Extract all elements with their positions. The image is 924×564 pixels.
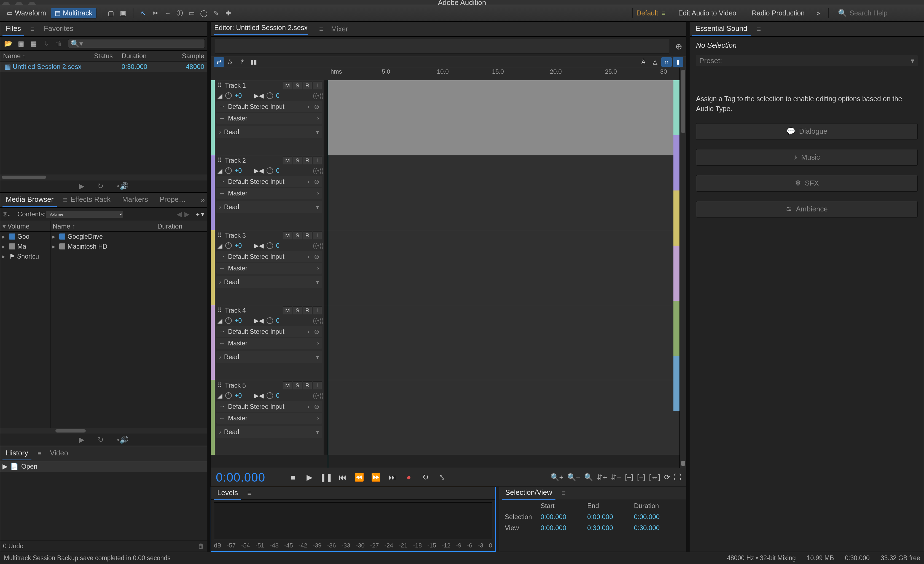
ws-edit-audio-video[interactable]: Edit Audio to Video [678, 9, 736, 17]
tab-media-browser[interactable]: Media Browser [3, 194, 57, 207]
mb-row-gdrive[interactable]: ▸GoogleDrive [51, 231, 207, 242]
monitor-input-button[interactable]: I [313, 82, 322, 89]
loop-button[interactable]: ↻ [420, 472, 431, 483]
overflow-icon[interactable]: » [201, 196, 205, 204]
pan-knob[interactable] [267, 242, 273, 249]
time-ruler[interactable]: hms 5.0 10.0 15.0 20.0 25.0 30 [211, 68, 680, 80]
input-route[interactable]: →Default Stereo Input›⊘ [216, 401, 322, 412]
autoplay-icon[interactable]: •🔊 [117, 182, 128, 190]
tab-editor[interactable]: Editor: Untitled Session 2.sesx [214, 24, 308, 35]
phase-icon[interactable]: ⊘ [314, 328, 319, 336]
pan-knob[interactable] [267, 167, 273, 174]
eq-icon[interactable]: ▮▮ [248, 57, 259, 67]
arm-record-button[interactable]: R [303, 231, 312, 239]
lasso-tool-icon[interactable]: ◯ [198, 8, 210, 18]
trash-icon[interactable]: 🗑 [53, 39, 65, 48]
snap-icon[interactable]: △ [650, 57, 660, 67]
play-button[interactable]: ▶ [304, 472, 315, 483]
view-end[interactable]: 0:30.000 [587, 524, 634, 532]
pan-value[interactable]: 0 [276, 392, 279, 399]
monitor-input-button[interactable]: I [313, 231, 322, 239]
automation-mode[interactable]: ›Read▾ [216, 351, 322, 363]
zoom-reset-icon[interactable]: 🔍 [584, 473, 593, 482]
volume-value[interactable]: +0 [235, 92, 242, 99]
zoom-all-icon[interactable]: ⛶ [674, 473, 681, 482]
editor-menu-icon[interactable]: ≡ [319, 25, 323, 33]
preset-dropdown[interactable]: Preset:▾ [696, 55, 918, 66]
go-end-button[interactable]: ⏭ [387, 472, 398, 483]
pan-knob[interactable] [267, 392, 273, 399]
mute-button[interactable]: M [283, 381, 292, 389]
new-file-icon[interactable]: ▣ [15, 39, 27, 48]
add-channel-icon[interactable]: ⊕ [675, 42, 682, 51]
mute-button[interactable]: M [283, 306, 292, 314]
files-hscroll[interactable] [0, 174, 207, 180]
input-route[interactable]: →Default Stereo Input›⊘ [216, 326, 322, 337]
automation-mode[interactable]: ›Read▾ [216, 126, 322, 138]
mb-menu-icon[interactable]: ≡ [63, 196, 67, 204]
stop-button[interactable]: ■ [287, 472, 299, 483]
playhead-return-icon[interactable]: ▮ [673, 57, 683, 67]
workspace-default[interactable]: Default≡ [636, 9, 666, 17]
volume-knob[interactable] [225, 392, 232, 399]
es-sfx-button[interactable]: ✻SFX [696, 175, 918, 192]
history-row-open[interactable]: ▶📄Open [0, 461, 207, 472]
grip-icon[interactable]: ⠿ [218, 82, 222, 89]
tool-square-icon[interactable]: ▢ [105, 8, 117, 18]
solo-button[interactable]: S [293, 306, 302, 314]
pan-value[interactable]: 0 [276, 317, 279, 324]
tab-selection-view[interactable]: Selection/View [502, 486, 555, 500]
time-tool-icon[interactable]: Ⓘ [174, 8, 186, 18]
volume-value[interactable]: +0 [235, 167, 242, 174]
timecode[interactable]: 0:00.000 [216, 471, 265, 484]
zoom-in-h-icon[interactable]: 🔍+ [550, 473, 564, 482]
tab-favorites[interactable]: Favorites [40, 22, 76, 36]
es-menu-icon[interactable]: ≡ [757, 25, 761, 33]
trash-icon[interactable]: 🗑 [198, 543, 204, 550]
move-tool-icon[interactable]: ↖ [137, 8, 149, 18]
volume-value[interactable]: +0 [235, 317, 242, 324]
new-multitrack-icon[interactable]: ▦ [28, 39, 39, 48]
sort-asc-icon[interactable]: ↑ [22, 52, 26, 60]
ffwd-button[interactable]: ⏩ [370, 472, 381, 483]
zoom-sel-out-icon[interactable]: [−] [637, 473, 645, 482]
tab-properties[interactable]: Prope… [156, 194, 189, 207]
zoom-full-icon[interactable]: ⟳ [664, 473, 670, 482]
sv-menu-icon[interactable]: ≡ [561, 489, 566, 497]
mb-row-machd[interactable]: ▸Macintosh HD [51, 242, 207, 251]
waveform-button[interactable]: ▭Waveform [3, 8, 50, 18]
slip-tool-icon[interactable]: ↔ [162, 8, 174, 18]
track-lane[interactable] [328, 305, 680, 380]
volume-knob[interactable] [225, 242, 232, 249]
es-dialogue-button[interactable]: 💬Dialogue [696, 123, 918, 140]
mute-button[interactable]: M [283, 82, 292, 89]
metronome-icon[interactable]: Å [638, 57, 649, 67]
history-menu-icon[interactable]: ≡ [38, 449, 42, 458]
output-route[interactable]: ←Master› [216, 263, 322, 274]
mute-button[interactable]: M [283, 231, 292, 239]
play-icon[interactable]: ▶ [79, 182, 84, 190]
track-lane[interactable] [328, 230, 680, 305]
phase-icon[interactable]: ⊘ [314, 178, 319, 186]
track-name[interactable]: Track 4 [225, 307, 246, 314]
automation-mode[interactable]: ›Read▾ [216, 426, 322, 438]
zoom-out-v-icon[interactable]: ⇵− [611, 473, 621, 482]
autoplay-icon[interactable]: •🔊 [117, 435, 128, 444]
zoom-sel-in-icon[interactable]: [+] [625, 473, 633, 482]
sel-start[interactable]: 0:00.000 [540, 513, 587, 521]
volume-value[interactable]: +0 [235, 242, 242, 249]
tab-effects-rack[interactable]: Effects Rack [67, 194, 114, 207]
tab-history[interactable]: History [3, 447, 32, 460]
multitrack-button[interactable]: ▤Multitrack [51, 8, 96, 18]
track-name[interactable]: Track 3 [225, 232, 246, 239]
phase-icon[interactable]: ⊘ [314, 253, 319, 261]
levels-menu-icon[interactable]: ≡ [247, 489, 251, 498]
tab-essential-sound[interactable]: Essential Sound [692, 22, 751, 36]
pan-value[interactable]: 0 [276, 242, 279, 249]
tracks-vscroll[interactable] [680, 68, 686, 468]
input-route[interactable]: →Default Stereo Input›⊘ [216, 176, 322, 187]
ws-radio-production[interactable]: Radio Production [752, 9, 805, 17]
skip-selection-button[interactable]: ⤡ [436, 472, 448, 483]
vol-row-google[interactable]: ▸Goo [0, 231, 50, 242]
go-start-button[interactable]: ⏮ [337, 472, 348, 483]
